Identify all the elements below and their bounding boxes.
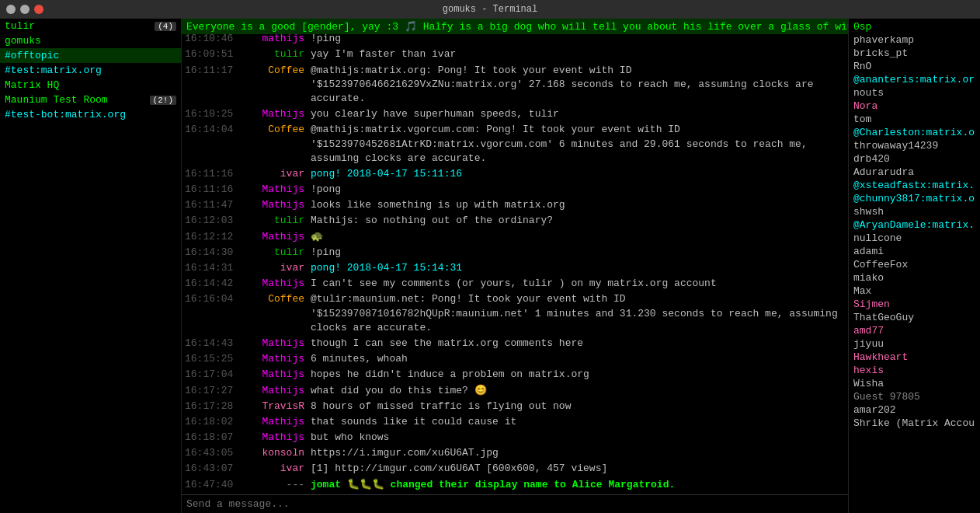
- sidebar-item-label-1: gomuks: [5, 35, 41, 47]
- member-item-1[interactable]: phaverkamp: [852, 33, 977, 47]
- maximize-button[interactable]: [20, 5, 30, 14]
- message-row-17: 16:17:04Mathijs hopes he didn't induce a…: [182, 367, 848, 382]
- member-item-24[interactable]: jiyuu: [852, 337, 977, 351]
- minimize-button[interactable]: [6, 5, 16, 14]
- message-content-17: hopes he didn't induce a problem on matr…: [311, 368, 845, 382]
- sidebar-item-0[interactable]: tulir(4): [0, 19, 181, 33]
- chat-area: Everyone is a good [gender], yay :3 🎵 Ha…: [182, 19, 848, 513]
- message-timestamp-9: 16:12:03: [185, 214, 241, 228]
- messages-container: 16:09:32ivarpong! 2018-04-17 15:09:3216:…: [182, 34, 848, 494]
- message-row-8: 16:11:47Mathijslooks like something is u…: [182, 197, 848, 213]
- message-timestamp-6: 16:11:16: [185, 167, 241, 181]
- message-sender-5: Coffee: [241, 123, 311, 137]
- message-content-5: @mathijs:matrix.vgorcum.com: Pong! It to…: [311, 123, 845, 166]
- message-sender-19: TravisR: [241, 400, 311, 414]
- message-content-16: 6 minutes, whoah: [311, 352, 845, 366]
- sidebar-badge-0: (4): [155, 22, 176, 31]
- member-item-20[interactable]: Max: [852, 284, 977, 298]
- message-row-10: 16:12:12Mathijs🐢: [182, 229, 848, 245]
- member-item-2[interactable]: bricks_pt: [852, 47, 977, 60]
- message-timestamp-21: 16:18:07: [185, 431, 241, 445]
- message-timestamp-18: 16:17:27: [185, 384, 241, 398]
- member-item-13[interactable]: @chunny3817:matrix.o: [852, 192, 977, 205]
- message-timestamp-13: 16:14:42: [185, 277, 241, 291]
- message-row-2: 16:09:51tuliryay I'm faster than ivar: [182, 47, 848, 62]
- sidebar-item-6[interactable]: #test-bot:matrix.org: [0, 107, 181, 122]
- message-content-3: @mathijs:matrix.org: Pong! It took your …: [311, 64, 845, 106]
- message-row-22: 16:43:05konsolnhttps://i.imgur.com/xu6U6…: [182, 445, 848, 461]
- member-item-28[interactable]: Guest 97805: [852, 390, 977, 403]
- member-item-8[interactable]: @Charleston:matrix.o: [852, 126, 977, 139]
- message-timestamp-8: 16:11:47: [185, 198, 241, 212]
- message-row-5: 16:14:04Coffee@mathijs:matrix.vgorcum.co…: [182, 122, 848, 166]
- message-content-18: what did you do this time? 😊: [311, 384, 845, 398]
- titlebar: gomuks - Terminal: [0, 0, 980, 19]
- message-content-23: [1] http://imgur.com/xu6U6AT [600x600, 4…: [311, 462, 845, 476]
- member-item-10[interactable]: drb420: [852, 152, 977, 166]
- message-sender-24: ---: [241, 478, 311, 492]
- member-item-19[interactable]: miako: [852, 271, 977, 284]
- message-timestamp-1: 16:10:46: [185, 34, 241, 46]
- member-item-14[interactable]: shwsh: [852, 205, 977, 218]
- message-sender-11: tulir: [241, 246, 311, 260]
- message-sender-12: ivar: [241, 261, 311, 275]
- message-row-13: 16:14:42MathijsI can't see my comments (…: [182, 276, 848, 291]
- message-content-22: https://i.imgur.com/xu6U6AT.jpg: [311, 446, 845, 460]
- sidebar-item-2[interactable]: #offtopic: [0, 48, 181, 63]
- message-row-1: 16:10:46mathijs!ping: [182, 34, 848, 47]
- member-item-0[interactable]: 0sp: [852, 20, 977, 33]
- message-sender-17: Mathijs: [241, 368, 311, 382]
- message-timestamp-16: 16:15:25: [185, 352, 241, 366]
- message-sender-16: Mathijs: [241, 352, 311, 366]
- sidebar-item-3[interactable]: #test:matrix.org: [0, 63, 181, 78]
- sidebar-item-4[interactable]: Matrix HQ: [0, 78, 181, 92]
- member-item-25[interactable]: Hawkheart: [852, 351, 977, 364]
- message-input[interactable]: [186, 498, 843, 510]
- message-timestamp-11: 16:14:30: [185, 246, 241, 260]
- member-item-12[interactable]: @xsteadfastx:matrix.: [852, 179, 977, 192]
- message-sender-21: Mathijs: [241, 431, 311, 445]
- member-item-21[interactable]: Sijmen: [852, 298, 977, 311]
- message-content-8: looks like something is up with matrix.o…: [311, 198, 845, 212]
- message-sender-18: Mathijs: [241, 384, 311, 398]
- message-content-10: 🐢: [311, 230, 845, 244]
- message-row-14: 16:16:04Coffee@tulir:maunium.net: Pong! …: [182, 291, 848, 336]
- message-timestamp-10: 16:12:12: [185, 230, 241, 244]
- member-item-18[interactable]: CoffeeFox: [852, 258, 977, 271]
- sidebar-item-1[interactable]: gomuks: [0, 33, 181, 48]
- member-item-5[interactable]: nouts: [852, 86, 977, 99]
- input-bar: [182, 494, 848, 513]
- member-item-4[interactable]: @ananteris:matrix.or: [852, 73, 977, 86]
- member-item-17[interactable]: adami: [852, 245, 977, 258]
- member-item-9[interactable]: throwaway14239: [852, 139, 977, 152]
- message-timestamp-19: 16:17:28: [185, 400, 241, 414]
- message-timestamp-7: 16:11:16: [185, 183, 241, 197]
- sidebar-item-5[interactable]: Maunium Test Room(2!): [0, 92, 181, 107]
- message-content-9: Mathijs: so nothing out of the ordinary?: [311, 214, 845, 228]
- member-item-22[interactable]: ThatGeoGuy: [852, 311, 977, 324]
- message-content-14: @tulir:maunium.net: Pong! It took your e…: [311, 292, 845, 335]
- member-item-11[interactable]: Adurarudra: [852, 166, 977, 179]
- message-sender-23: ivar: [241, 462, 311, 476]
- member-item-16[interactable]: nullcone: [852, 232, 977, 245]
- message-row-9: 16:12:03tulirMathijs: so nothing out of …: [182, 213, 848, 229]
- message-content-24: jomat 🐛🐛🐛 changed their display name to …: [311, 478, 845, 492]
- member-item-23[interactable]: amd77: [852, 324, 977, 337]
- member-item-3[interactable]: RnO: [852, 60, 977, 73]
- message-sender-22: konsoln: [241, 446, 311, 460]
- member-item-26[interactable]: hexis: [852, 364, 977, 377]
- message-row-4: 16:10:25Mathijsyou clearly have superhum…: [182, 106, 848, 122]
- sidebar-item-label-0: tulir: [5, 20, 35, 32]
- member-item-27[interactable]: Wisha: [852, 377, 977, 390]
- member-item-30[interactable]: Shrike (Matrix Accou: [852, 417, 977, 430]
- member-item-7[interactable]: tom: [852, 113, 977, 126]
- member-item-15[interactable]: @AryanDamele:matrix.: [852, 218, 977, 232]
- message-timestamp-2: 16:09:51: [185, 47, 241, 61]
- sidebar-item-label-2: #offtopic: [5, 50, 59, 61]
- close-button[interactable]: [34, 5, 43, 14]
- member-item-6[interactable]: Nora: [852, 99, 977, 113]
- message-content-6: pong! 2018-04-17 15:11:16: [311, 167, 845, 181]
- main-layout: tulir(4)gomuks#offtopic#test:matrix.orgM…: [0, 19, 980, 513]
- sidebar-item-label-5: Maunium Test Room: [5, 94, 108, 106]
- member-item-29[interactable]: amar202: [852, 403, 977, 417]
